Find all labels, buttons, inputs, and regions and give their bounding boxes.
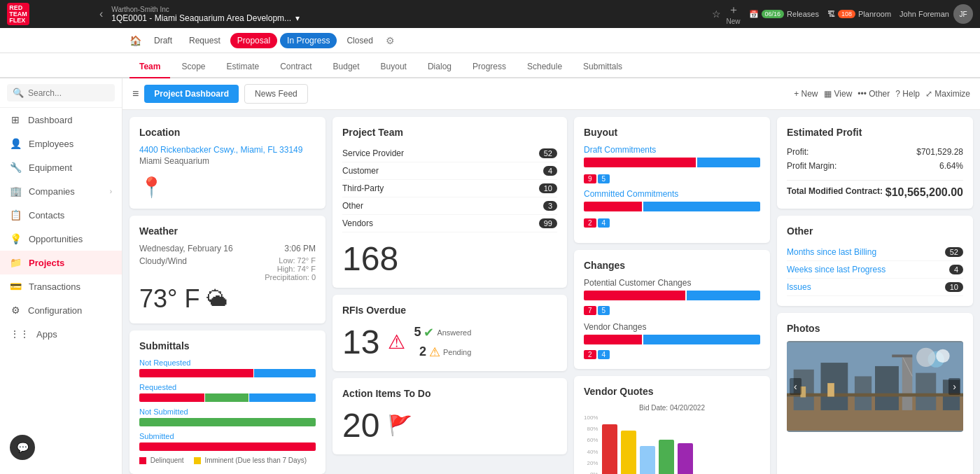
tab-buyout[interactable]: Buyout [371, 56, 416, 78]
project-code: 1QE0001 - Miami Seaquarium Area Developm… [111, 13, 291, 23]
releases-group[interactable]: 📅 06/16 Releases [749, 10, 819, 19]
chart-bar-5 [678, 443, 693, 475]
search-icon: 🔍 [13, 88, 24, 98]
menu-icon-button[interactable]: ≡ [132, 88, 139, 100]
sidebar-item-companies[interactable]: 🏢 Companies › [0, 179, 122, 203]
pending-label: Pending [443, 348, 471, 356]
sidebar-item-dashboard[interactable]: ⊞ Dashboard [0, 108, 122, 132]
submittal-requested: Requested [139, 383, 316, 402]
team-row-tp: Third-Party 10 [342, 180, 557, 197]
planroom-group[interactable]: 🏗 108 Planroom [827, 10, 891, 18]
weather-day: Wednesday, February 16 [139, 244, 233, 253]
bar-chart [602, 414, 693, 474]
tab-estimate[interactable]: Estimate [217, 56, 270, 78]
news-feed-button[interactable]: News Feed [244, 84, 308, 104]
requested-label[interactable]: Requested [139, 383, 316, 391]
stage-closed[interactable]: Closed [340, 33, 379, 48]
team-row-other: Other 3 [342, 197, 557, 215]
chart-bar-2 [621, 431, 636, 475]
sidebar: 🔍 ⊞ Dashboard 👤 Employees 🔧 Equipment 🏢 … [0, 78, 122, 474]
project-team-title: Project Team [342, 127, 557, 138]
progress-label[interactable]: Weeks since last Progress [787, 265, 886, 274]
vendor-blue-bar [643, 335, 761, 344]
nav-back-button[interactable]: ‹ [97, 6, 106, 22]
issues-label[interactable]: Issues [787, 282, 811, 292]
tab-schedule[interactable]: Schedule [517, 56, 572, 78]
sidebar-item-apps[interactable]: ⋮⋮ Apps [0, 322, 122, 346]
location-address[interactable]: 4400 Rickenbacker Cswy., Miami, FL 33149 [139, 145, 316, 155]
chat-bubble-button[interactable]: 💬 [10, 435, 35, 460]
svg-rect-14 [787, 393, 963, 397]
sidebar-label-projects: Projects [29, 258, 64, 268]
stage-inprogress[interactable]: In Progress [280, 33, 337, 48]
team-total: 168 [342, 239, 557, 278]
contract-row: Total Modified Contract: $10,565,200.00 [787, 180, 963, 199]
svg-rect-16 [827, 383, 834, 396]
opportunities-icon: 💡 [10, 233, 22, 244]
employees-icon: 👤 [10, 138, 22, 149]
sidebar-item-transactions[interactable]: 💳 Transactions [0, 274, 122, 298]
col-4: Estimated Profit Profit: $701,529.28 Pro… [777, 117, 973, 474]
favorite-button[interactable]: ☆ [712, 8, 721, 20]
sidebar-item-equipment[interactable]: 🔧 Equipment [0, 155, 122, 179]
companies-icon: 🏢 [10, 186, 22, 197]
photo-next-button[interactable]: › [948, 378, 960, 395]
estimated-profit-title: Estimated Profit [787, 127, 963, 138]
photo-placeholder [787, 341, 963, 432]
stage-request[interactable]: Request [182, 33, 227, 48]
other-button[interactable]: ••• Other [858, 89, 890, 99]
tab-budget[interactable]: Budget [323, 56, 370, 78]
view-icon: ▦ [824, 89, 832, 99]
location-title: Location [139, 127, 316, 138]
help-button[interactable]: ? Help [895, 89, 920, 99]
sidebar-item-opportunities[interactable]: 💡 Opportunities [0, 227, 122, 251]
action-items-content: 20 🚩 [342, 406, 557, 445]
sidebar-label-apps: Apps [36, 329, 57, 340]
new-button[interactable]: ＋ New [727, 3, 741, 25]
customer-red-num: 7 [584, 306, 596, 315]
draft-red-num: 9 [584, 174, 596, 183]
search-wrap: 🔍 [7, 84, 115, 102]
submitted-label[interactable]: Submitted [139, 432, 316, 440]
view-button[interactable]: ▦ View [824, 89, 853, 99]
maximize-button[interactable]: ⤢ Maximize [925, 89, 970, 99]
user-avatar[interactable]: JF [953, 4, 973, 24]
new-toolbar-button[interactable]: + New [794, 89, 818, 99]
home-icon[interactable]: 🏠 [130, 35, 141, 46]
tab-submittals[interactable]: Submittals [573, 56, 632, 78]
warning-icon: ⚠ [429, 344, 440, 360]
sidebar-label-opportunities: Opportunities [29, 234, 83, 244]
apps-icon: ⋮⋮ [10, 328, 29, 340]
sidebar-item-projects[interactable]: 📁 Projects [0, 251, 122, 274]
tab-scope[interactable]: Scope [172, 56, 215, 78]
sidebar-label-employees: Employees [29, 139, 74, 149]
dropdown-icon[interactable]: ▾ [295, 13, 300, 23]
search-input[interactable] [28, 88, 109, 98]
tab-team[interactable]: Team [130, 56, 170, 78]
billing-label[interactable]: Months since last Billing [787, 247, 876, 257]
vendor-bar [584, 335, 760, 344]
sidebar-item-configuration[interactable]: ⚙ Configuration [0, 298, 122, 322]
not-submitted-label[interactable]: Not Submitted [139, 407, 316, 416]
stage-draft[interactable]: Draft [147, 33, 179, 48]
project-dashboard-button[interactable]: Project Dashboard [144, 85, 239, 103]
tab-contract[interactable]: Contract [270, 56, 321, 78]
main-content: ≡ Project Dashboard News Feed + New ▦ Vi… [122, 78, 980, 474]
sidebar-item-contacts[interactable]: 📋 Contacts [0, 203, 122, 227]
draft-commitments-label[interactable]: Draft Commitments [584, 145, 760, 155]
answered-label: Answered [437, 328, 471, 337]
sidebar-item-employees[interactable]: 👤 Employees [0, 132, 122, 155]
stage-proposal[interactable]: Proposal [230, 33, 277, 48]
settings-icon[interactable]: ⚙ [386, 35, 395, 46]
dashboard-toolbar: ≡ Project Dashboard News Feed + New ▦ Vi… [122, 78, 980, 110]
tab-progress[interactable]: Progress [463, 56, 516, 78]
committed-commitments-label[interactable]: Committed Commitments [584, 189, 760, 199]
margin-value: 6.64% [939, 161, 963, 171]
not-requested-label[interactable]: Not Requested [139, 358, 316, 367]
project-selector[interactable]: 1QE0001 - Miami Seaquarium Area Developm… [111, 13, 706, 23]
configuration-icon: ⚙ [10, 305, 21, 316]
tab-dialog[interactable]: Dialog [418, 56, 461, 78]
other-count: 3 [543, 201, 557, 211]
rfi-pending: 2 ⚠ Pending [419, 344, 471, 360]
photo-prev-button[interactable]: ‹ [790, 378, 802, 395]
